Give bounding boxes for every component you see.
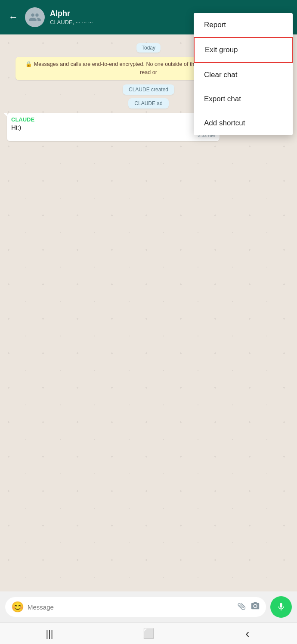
exit-group-menu-item[interactable]: Exit group	[194, 37, 293, 63]
export-chat-menu-item[interactable]: Export chat	[194, 87, 293, 111]
add-shortcut-menu-item[interactable]: Add shortcut	[194, 111, 293, 135]
context-menu: Report Exit group Clear chat Export chat…	[194, 13, 293, 135]
dropdown-overlay[interactable]: Report Exit group Clear chat Export chat…	[0, 0, 297, 644]
report-menu-item[interactable]: Report	[194, 13, 293, 37]
clear-chat-menu-item[interactable]: Clear chat	[194, 63, 293, 87]
